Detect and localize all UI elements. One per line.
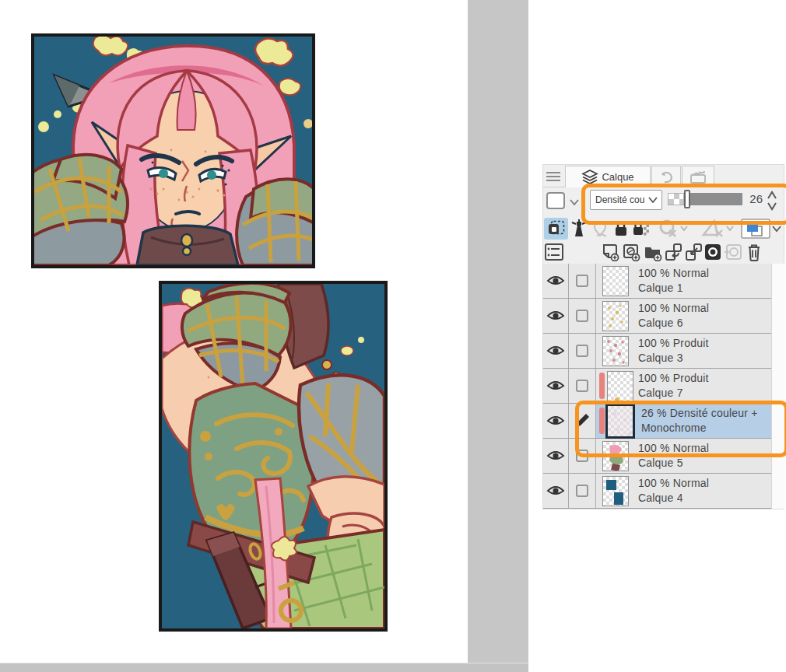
layer-name[interactable]: Calque 3 bbox=[638, 351, 709, 366]
palette-color-swatch[interactable] bbox=[546, 192, 565, 209]
layer-name[interactable]: Calque 6 bbox=[638, 316, 709, 331]
layer-property-toolbar bbox=[543, 217, 784, 240]
opacity-spinner[interactable] bbox=[767, 190, 777, 212]
chevron-down-icon[interactable] bbox=[570, 199, 579, 205]
layer-select-checkbox[interactable] bbox=[569, 439, 596, 473]
canvas-panel-top[interactable] bbox=[31, 33, 315, 268]
lock-layer-button[interactable] bbox=[612, 218, 630, 240]
layer-row-calque-5[interactable]: 100 % Normal Calque 5 bbox=[543, 439, 771, 474]
visibility-toggle[interactable] bbox=[543, 404, 569, 438]
layer-name[interactable]: Monochrome bbox=[641, 421, 758, 436]
clapperboard-icon bbox=[690, 170, 707, 184]
merge-down-icon bbox=[685, 243, 704, 261]
blend-mode-value: Densité cou bbox=[595, 194, 648, 205]
layer-blend-info: 100 % Normal bbox=[638, 301, 709, 316]
layer-select-checkbox[interactable] bbox=[569, 299, 596, 333]
apply-mask-button[interactable] bbox=[723, 242, 742, 262]
layer-name[interactable]: Calque 5 bbox=[638, 456, 709, 471]
layer-row-monochrome[interactable]: 26 % Densité couleur + Monochrome bbox=[543, 404, 771, 439]
layer-blend-info: 100 % Produit bbox=[638, 336, 709, 351]
layer-blend-info: 26 % Densité couleur + bbox=[641, 406, 758, 421]
layer-row-calque-1[interactable]: 100 % Normal Calque 1 bbox=[543, 264, 771, 299]
canvas-bottom-scrollbar[interactable] bbox=[0, 663, 528, 672]
visibility-toggle[interactable] bbox=[543, 299, 569, 333]
layer-row-calque-6[interactable]: 100 % Normal Calque 6 bbox=[543, 299, 771, 334]
tab-calque-label: Calque bbox=[602, 171, 633, 183]
layer-color-button[interactable] bbox=[739, 218, 783, 240]
layer-thumbnail[interactable] bbox=[605, 404, 635, 439]
draft-pin-icon bbox=[592, 220, 608, 237]
new-folder-button[interactable] bbox=[643, 242, 662, 262]
window-divider-strip bbox=[468, 0, 528, 672]
opacity-slider-track[interactable] bbox=[690, 193, 742, 205]
lock-icon bbox=[614, 221, 628, 236]
layer-row-calque-3[interactable]: 100 % Produit Calque 3 bbox=[543, 334, 771, 369]
palette-tab-bar: Calque bbox=[543, 165, 784, 187]
visibility-toggle[interactable] bbox=[543, 439, 569, 473]
undo-icon bbox=[658, 171, 674, 184]
layers-icon bbox=[581, 170, 598, 185]
layer-thumbnail[interactable] bbox=[602, 301, 629, 331]
layer-name[interactable]: Calque 7 bbox=[638, 386, 709, 401]
ruler-icon bbox=[700, 219, 735, 238]
tab-animation[interactable] bbox=[682, 166, 714, 187]
layer-row-calque-4[interactable]: 100 % Normal Calque 4 bbox=[543, 474, 771, 509]
layer-thumbnail[interactable] bbox=[602, 476, 629, 506]
layer-row-calque-7[interactable]: 100 % Produit Calque 7 bbox=[543, 369, 771, 404]
layer-color-bar bbox=[599, 408, 605, 434]
merge-with-lower-button[interactable] bbox=[684, 242, 704, 262]
layer-thumbnail[interactable] bbox=[602, 336, 629, 366]
transfer-to-lower-button[interactable] bbox=[664, 242, 683, 262]
layer-name[interactable]: Calque 1 bbox=[638, 281, 709, 296]
eye-icon bbox=[546, 310, 565, 322]
artwork-face-closeup bbox=[34, 37, 312, 265]
blend-mode-select[interactable]: Densité cou bbox=[590, 190, 662, 210]
blend-opacity-row: Densité cou 26 bbox=[543, 187, 784, 217]
layer-select-checkbox[interactable] bbox=[569, 264, 596, 298]
enable-keyframes-button[interactable] bbox=[656, 218, 690, 240]
visibility-toggle[interactable] bbox=[543, 474, 569, 508]
eye-icon bbox=[546, 450, 565, 462]
tab-history[interactable] bbox=[651, 166, 681, 187]
lock-transparent-pixels-button[interactable] bbox=[631, 218, 651, 240]
editing-layer-indicator bbox=[569, 404, 596, 438]
keyframe-icon bbox=[658, 219, 689, 238]
artwork-torso bbox=[162, 284, 384, 628]
layer-select-checkbox[interactable] bbox=[569, 369, 596, 403]
palette-menu-button[interactable] bbox=[544, 242, 564, 262]
layer-thumbnail[interactable] bbox=[602, 266, 629, 296]
ruler-button[interactable] bbox=[699, 218, 736, 240]
layer-list: 100 % Normal Calque 1 100 % Normal Calqu… bbox=[543, 264, 784, 509]
reference-layer-button[interactable] bbox=[569, 218, 589, 240]
layer-name[interactable]: Calque 4 bbox=[638, 491, 709, 506]
layer-action-toolbar bbox=[543, 240, 784, 264]
visibility-toggle[interactable] bbox=[543, 369, 569, 403]
canvas-panel-bottom[interactable] bbox=[159, 281, 388, 632]
opacity-slider-handle[interactable] bbox=[684, 190, 690, 208]
layer-blend-info: 100 % Produit bbox=[638, 371, 709, 386]
layer-color-icon bbox=[741, 219, 781, 239]
layer-select-checkbox[interactable] bbox=[569, 474, 596, 508]
visibility-toggle[interactable] bbox=[543, 334, 569, 368]
visibility-toggle[interactable] bbox=[543, 264, 569, 298]
clipping-button[interactable] bbox=[544, 218, 568, 240]
layer-list-scrollbar[interactable] bbox=[771, 264, 784, 509]
layer-blend-info: 100 % Normal bbox=[638, 266, 709, 281]
lighthouse-icon bbox=[571, 219, 587, 238]
delete-layer-button[interactable] bbox=[745, 242, 763, 262]
layer-thumbnail[interactable] bbox=[602, 441, 629, 471]
layer-select-checkbox[interactable] bbox=[569, 334, 596, 368]
tab-calque[interactable]: Calque bbox=[565, 166, 651, 187]
opacity-value: 26 bbox=[742, 192, 763, 205]
draft-layer-button[interactable] bbox=[590, 218, 609, 240]
layer-thumbnail[interactable] bbox=[607, 371, 633, 401]
trash-icon bbox=[746, 243, 762, 261]
palette-list-icon bbox=[545, 243, 563, 261]
new-vector-layer-button[interactable] bbox=[622, 242, 641, 262]
layer-mask-button[interactable] bbox=[704, 242, 721, 262]
menu-icon[interactable] bbox=[546, 170, 560, 182]
eye-icon bbox=[546, 415, 565, 427]
layer-blend-info: 100 % Normal bbox=[638, 476, 709, 491]
transfer-down-icon bbox=[665, 243, 683, 261]
new-raster-layer-button[interactable] bbox=[601, 242, 620, 262]
